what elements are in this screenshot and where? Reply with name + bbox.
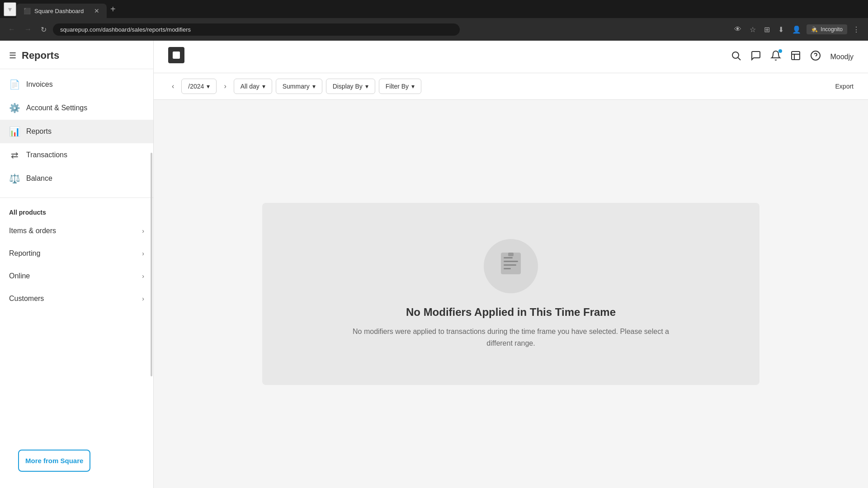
chevron-right-icon-3: › bbox=[142, 272, 144, 280]
empty-state-icon bbox=[497, 250, 524, 282]
sidebar-divider bbox=[0, 197, 153, 198]
filter-by-button[interactable]: Filter By ▾ bbox=[379, 79, 421, 94]
hamburger-icon[interactable]: ☰ bbox=[9, 51, 16, 61]
main-header: Moodjy bbox=[154, 41, 868, 73]
time-filter-button[interactable]: All day ▾ bbox=[234, 79, 272, 94]
sidebar-item-customers[interactable]: Customers › bbox=[0, 287, 153, 310]
browser-chrome: ▾ ⬛ Square Dashboard ✕ + ← → ↻ 👁 ☆ ⊞ ⬇ 👤… bbox=[0, 0, 868, 41]
chevron-right-icon: › bbox=[142, 227, 144, 235]
tab-title: Square Dashboard bbox=[34, 8, 84, 14]
customers-label: Customers bbox=[9, 295, 44, 303]
reload-button[interactable]: ↻ bbox=[38, 23, 49, 37]
browser-toolbar: ← → ↻ 👁 ☆ ⊞ ⬇ 👤 🕵 Incognito ⋮ bbox=[0, 18, 868, 41]
svg-rect-14 bbox=[508, 253, 514, 256]
app-container: ☰ Reports 📄 Invoices ⚙️ Account & Settin… bbox=[0, 41, 868, 488]
reports-nav-button[interactable] bbox=[790, 50, 801, 64]
reports-icon: 📊 bbox=[9, 126, 20, 137]
sidebar-title: Reports bbox=[22, 50, 59, 61]
address-bar[interactable] bbox=[53, 23, 460, 36]
sidebar-label-transactions: Transactions bbox=[26, 151, 67, 159]
date-filter-label: /2024 bbox=[188, 83, 204, 90]
chevron-right-icon-4: › bbox=[142, 295, 144, 302]
date-next-button[interactable]: › bbox=[220, 80, 230, 92]
display-by-filter-button[interactable]: Display By ▾ bbox=[326, 79, 375, 94]
balance-icon: ⚖️ bbox=[9, 173, 20, 184]
sidebar-scrollbar bbox=[151, 41, 153, 488]
svg-rect-4 bbox=[792, 52, 800, 60]
toolbar-right: 👁 ☆ ⊞ ⬇ 👤 🕵 Incognito ⋮ bbox=[731, 23, 863, 37]
date-chevron-icon: ▾ bbox=[207, 83, 210, 90]
summary-filter-button[interactable]: Summary ▾ bbox=[276, 79, 322, 94]
settings-icon: ⚙️ bbox=[9, 103, 20, 113]
notifications-button[interactable] bbox=[770, 50, 781, 64]
svg-rect-12 bbox=[504, 264, 516, 266]
export-button[interactable]: Export bbox=[835, 83, 854, 90]
header-actions: Moodjy bbox=[731, 50, 854, 64]
section-label-all-products: All products bbox=[0, 202, 153, 220]
forward-button[interactable]: → bbox=[22, 23, 34, 36]
user-name: Moodjy bbox=[830, 53, 854, 61]
search-button[interactable] bbox=[731, 50, 741, 64]
display-by-label: Display By bbox=[333, 83, 363, 90]
chat-button[interactable] bbox=[750, 50, 761, 64]
sidebar-item-reporting[interactable]: Reporting › bbox=[0, 242, 153, 265]
sidebar-header: ☰ Reports bbox=[0, 41, 153, 69]
sidebar-item-invoices[interactable]: 📄 Invoices bbox=[0, 73, 153, 96]
sidebar-item-online[interactable]: Online › bbox=[0, 265, 153, 287]
sidebar-item-reports[interactable]: 📊 Reports bbox=[0, 120, 153, 143]
sidebar-item-items-orders[interactable]: Items & orders › bbox=[0, 220, 153, 242]
tab-list-button[interactable]: ▾ bbox=[4, 2, 16, 16]
active-tab: ⬛ Square Dashboard ✕ bbox=[16, 4, 107, 18]
reporting-label: Reporting bbox=[9, 249, 40, 258]
incognito-label: Incognito bbox=[821, 26, 843, 33]
summary-chevron-icon: ▾ bbox=[312, 83, 316, 90]
filter-by-label: Filter By bbox=[386, 83, 409, 90]
more-from-square-button[interactable]: More from Square bbox=[18, 450, 90, 472]
tab-close-button[interactable]: ✕ bbox=[94, 7, 99, 14]
sidebar-item-account-settings[interactable]: ⚙️ Account & Settings bbox=[0, 96, 153, 120]
summary-filter-label: Summary bbox=[283, 83, 310, 90]
empty-icon-circle bbox=[484, 239, 538, 293]
sidebar-footer: More from Square bbox=[0, 433, 153, 488]
svg-point-2 bbox=[732, 52, 739, 58]
new-tab-button[interactable]: + bbox=[107, 2, 119, 16]
date-prev-button[interactable]: ‹ bbox=[168, 80, 178, 92]
online-label: Online bbox=[9, 272, 30, 280]
sidebar-item-transactions[interactable]: ⇄ Transactions bbox=[0, 143, 153, 167]
back-button[interactable]: ← bbox=[5, 23, 18, 36]
sidebar-item-balance[interactable]: ⚖️ Balance bbox=[0, 167, 153, 190]
svg-rect-13 bbox=[504, 268, 511, 269]
filters-bar: ‹ /2024 ▾ › All day ▾ Summary ▾ Display … bbox=[154, 73, 868, 100]
chevron-right-icon-2: › bbox=[142, 250, 144, 257]
display-by-chevron-icon: ▾ bbox=[365, 83, 368, 90]
eye-icon[interactable]: 👁 bbox=[731, 23, 744, 36]
empty-state-description: No modifiers were applied to transaction… bbox=[353, 326, 669, 349]
empty-state-container: No Modifiers Applied in This Time Frame … bbox=[154, 100, 868, 488]
svg-rect-11 bbox=[504, 261, 518, 262]
date-filter-button[interactable]: /2024 ▾ bbox=[181, 79, 217, 94]
invoices-icon: 📄 bbox=[9, 79, 20, 90]
notification-dot bbox=[778, 49, 782, 53]
sidebar-label-invoices: Invoices bbox=[26, 80, 53, 89]
sidebar: ☰ Reports 📄 Invoices ⚙️ Account & Settin… bbox=[0, 41, 154, 488]
download-icon[interactable]: ⬇ bbox=[775, 23, 787, 37]
help-button[interactable] bbox=[810, 50, 821, 64]
user-menu[interactable]: Moodjy bbox=[830, 53, 854, 61]
incognito-button[interactable]: 🕵 Incognito bbox=[807, 24, 847, 34]
profile-icon[interactable]: 👤 bbox=[789, 23, 804, 37]
items-orders-label: Items & orders bbox=[9, 227, 56, 235]
svg-rect-1 bbox=[173, 52, 180, 59]
star-icon[interactable]: ☆ bbox=[747, 23, 759, 37]
menu-button[interactable]: ⋮ bbox=[850, 23, 863, 37]
time-chevron-icon: ▾ bbox=[262, 83, 265, 90]
square-logo bbox=[168, 47, 184, 66]
extensions-icon[interactable]: ⊞ bbox=[761, 23, 773, 37]
browser-tabs: ▾ ⬛ Square Dashboard ✕ + bbox=[0, 0, 868, 18]
sidebar-label-balance: Balance bbox=[26, 174, 52, 183]
svg-rect-10 bbox=[504, 257, 513, 258]
empty-state-title: No Modifiers Applied in This Time Frame bbox=[406, 306, 616, 319]
filter-by-chevron-icon: ▾ bbox=[411, 83, 415, 90]
tab-favicon: ⬛ bbox=[24, 7, 31, 14]
empty-state-card: No Modifiers Applied in This Time Frame … bbox=[262, 203, 760, 385]
main-content: Moodjy ‹ /2024 ▾ › All day ▾ Summary ▾ D… bbox=[154, 41, 868, 488]
